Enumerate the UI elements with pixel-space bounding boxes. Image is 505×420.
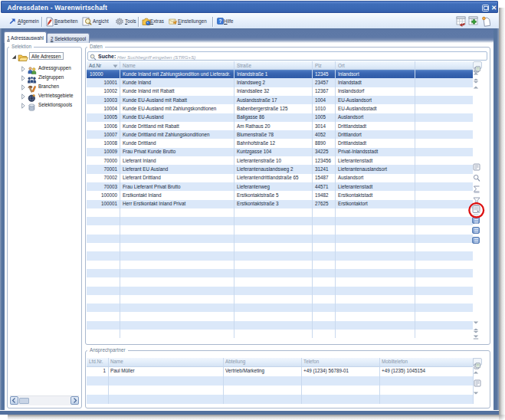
svg-text:?: ? xyxy=(219,18,222,24)
